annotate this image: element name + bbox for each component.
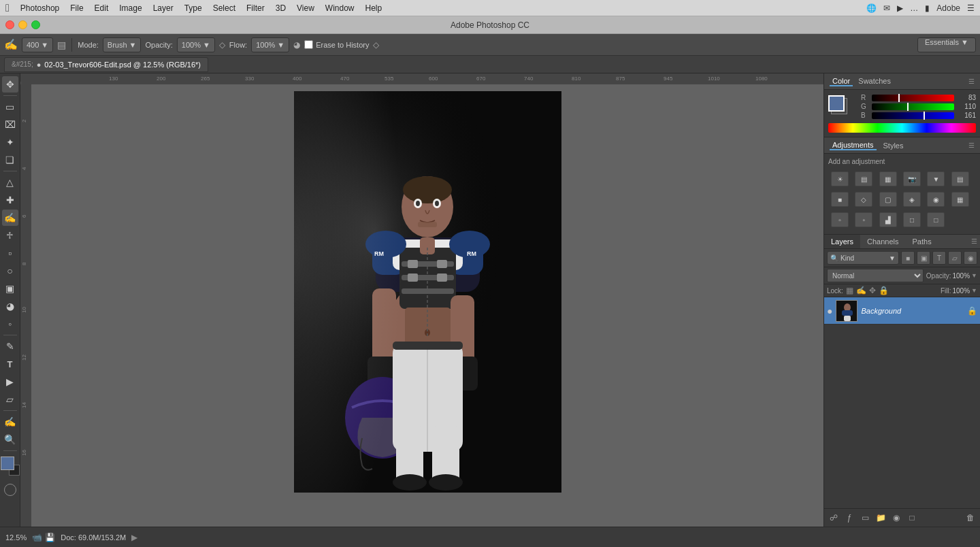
menu-filter[interactable]: Filter xyxy=(246,3,265,13)
healing-tool[interactable]: ✚ xyxy=(2,192,18,208)
gradmap-adj-icon[interactable]: ▟ xyxy=(879,212,897,227)
lock-transparent-icon[interactable]: ▦ xyxy=(846,286,853,295)
b-channel-slider[interactable] xyxy=(924,112,925,120)
layers-kind-filter[interactable]: 🔍 Kind ▼ xyxy=(827,251,899,265)
pen-tool[interactable]: ✎ xyxy=(2,338,18,354)
menu-type[interactable]: Type xyxy=(184,3,202,13)
save-icon[interactable]: 💾 xyxy=(45,533,55,542)
new-layer-icon[interactable]: □ xyxy=(905,511,919,525)
eyedropper-tool[interactable]: △ xyxy=(2,174,18,190)
text-tool[interactable]: T xyxy=(2,356,18,372)
color-spectrum-bar[interactable] xyxy=(828,123,976,133)
lock-all-icon[interactable]: 🔒 xyxy=(879,286,889,295)
brush-tool[interactable]: ✍ xyxy=(2,210,18,226)
add-layer-style-icon[interactable]: ƒ xyxy=(843,511,856,525)
marquee-tool[interactable]: ▭ xyxy=(2,99,18,115)
quick-mask-btn[interactable] xyxy=(3,482,18,497)
zoom-tool[interactable]: 🔍 xyxy=(2,431,18,448)
clone-stamp-tool[interactable]: ♱ xyxy=(2,227,18,244)
invert-adj-icon[interactable]: ▦ xyxy=(951,192,969,207)
styles-tab[interactable]: Styles xyxy=(881,142,906,150)
create-adjustment-layer-icon[interactable]: ◉ xyxy=(889,511,903,525)
apple-menu[interactable]:  xyxy=(5,2,10,14)
color-tab[interactable]: Color xyxy=(830,77,853,86)
layer-filter-smart-icon[interactable]: ◉ xyxy=(964,251,977,265)
layers-panel-menu-icon[interactable]: ☰ xyxy=(968,235,980,248)
path-selection-tool[interactable]: ▶ xyxy=(2,374,18,390)
brush-options-icon[interactable]: ▤ xyxy=(57,39,66,50)
layer-link-icon[interactable]: ☍ xyxy=(827,511,840,525)
swatches-tab[interactable]: Swatches xyxy=(855,77,894,86)
brush-pressure-icon[interactable]: ◇ xyxy=(373,40,379,50)
brightness-adj-icon[interactable]: ☀ xyxy=(831,171,849,186)
opacity-value[interactable]: 100% xyxy=(953,272,970,280)
menu-window[interactable]: Window xyxy=(325,3,355,13)
hsl-adj-icon[interactable]: ▤ xyxy=(951,171,969,186)
fill-value[interactable]: 100% xyxy=(953,287,970,295)
threshold-adj-icon[interactable]: ▫ xyxy=(855,212,872,227)
channels-tab[interactable]: Channels xyxy=(860,235,905,248)
background-layer-item[interactable]: ● Background 🔒 xyxy=(824,297,980,325)
layer-filter-type-icon[interactable]: T xyxy=(932,251,946,265)
add-mask-icon[interactable]: ▭ xyxy=(858,511,872,525)
adj-panel-menu-icon[interactable]: ☰ xyxy=(968,142,975,149)
crop-tool[interactable]: ❏ xyxy=(2,152,18,168)
colorbalance-adj-icon[interactable]: ■ xyxy=(831,192,849,207)
maximize-button[interactable] xyxy=(31,20,40,29)
lock-image-icon[interactable]: ✍ xyxy=(856,286,866,295)
photofilter-adj-icon[interactable]: ▢ xyxy=(879,192,897,207)
gradient-tool[interactable]: ▣ xyxy=(2,280,18,297)
curves2-adj-icon[interactable]: □ xyxy=(927,212,945,227)
document-tab[interactable]: &#215; ● 02-03_Trevor606-Edit.psd @ 12.5… xyxy=(4,57,208,72)
tool-preset-icon[interactable]: ✍ xyxy=(4,38,18,51)
menu-photoshop[interactable]: Photoshop xyxy=(20,3,59,13)
opacity-select[interactable]: 100% ▼ xyxy=(177,37,215,52)
create-group-icon[interactable]: 📁 xyxy=(874,511,887,525)
exposure-adj-icon[interactable]: 📷 xyxy=(903,171,921,186)
tab-close-button[interactable]: &#215; xyxy=(12,61,33,68)
layers-tab[interactable]: Layers xyxy=(824,235,860,248)
vibrance-adj-icon[interactable]: ▼ xyxy=(927,171,945,186)
foreground-color[interactable] xyxy=(1,457,14,470)
selectivecolor-adj-icon[interactable]: □ xyxy=(903,212,921,227)
menu-image[interactable]: Image xyxy=(119,3,142,13)
flow-select[interactable]: 100% ▼ xyxy=(251,37,289,52)
r-channel-slider[interactable] xyxy=(898,94,900,102)
foreground-swatch[interactable] xyxy=(828,95,845,112)
layer-filter-pixel-icon[interactable]: ■ xyxy=(901,251,915,265)
close-button[interactable] xyxy=(5,20,14,29)
channelmixer-adj-icon[interactable]: ◈ xyxy=(903,192,921,207)
menu-edit[interactable]: Edit xyxy=(95,3,109,13)
history-brush-tool[interactable]: ▫ xyxy=(2,245,18,261)
move-tool[interactable]: ✥ xyxy=(2,76,18,93)
colorlookup-adj-icon[interactable]: ◉ xyxy=(927,192,945,207)
hand-tool[interactable]: ✍ xyxy=(2,414,18,430)
blend-mode-select[interactable]: Normal Multiply Screen Overlay xyxy=(827,269,924,282)
curves-adj-icon[interactable]: ▦ xyxy=(879,171,897,186)
levels-adj-icon[interactable]: ▤ xyxy=(855,171,872,186)
menu-file[interactable]: File xyxy=(70,3,83,13)
bw-adj-icon[interactable]: ◇ xyxy=(855,192,872,207)
image-info-icon[interactable]: 📹 xyxy=(32,533,42,542)
menu-select[interactable]: Select xyxy=(213,3,235,13)
paths-tab[interactable]: Paths xyxy=(906,235,938,248)
minimize-button[interactable] xyxy=(18,20,27,29)
canvas-area[interactable]: RM RM xyxy=(31,84,823,527)
play-action-icon[interactable]: ▶ xyxy=(131,533,137,542)
erase-to-history-checkbox[interactable] xyxy=(304,40,313,49)
document-canvas[interactable]: RM RM xyxy=(294,91,561,493)
quick-select-tool[interactable]: ✦ xyxy=(2,134,18,150)
adjustments-tab[interactable]: Adjustments xyxy=(830,141,877,150)
g-channel-slider[interactable] xyxy=(907,103,909,111)
layer-filter-shape-icon[interactable]: ▱ xyxy=(948,251,962,265)
opacity-jitter-icon[interactable]: ◇ xyxy=(219,40,225,50)
color-panel-menu-icon[interactable]: ☰ xyxy=(968,78,975,85)
color-selector[interactable] xyxy=(1,457,20,476)
posterize-adj-icon[interactable]: ▫ xyxy=(831,212,849,227)
dodge-tool[interactable]: ◦ xyxy=(2,316,18,332)
essentials-workspace-btn[interactable]: Essentials ▼ xyxy=(917,37,976,52)
menu-layer[interactable]: Layer xyxy=(153,3,174,13)
menu-help[interactable]: Help xyxy=(365,3,382,13)
shape-tool[interactable]: ▱ xyxy=(2,391,18,408)
brush-size-btn[interactable]: 400 ▼ xyxy=(22,37,53,52)
